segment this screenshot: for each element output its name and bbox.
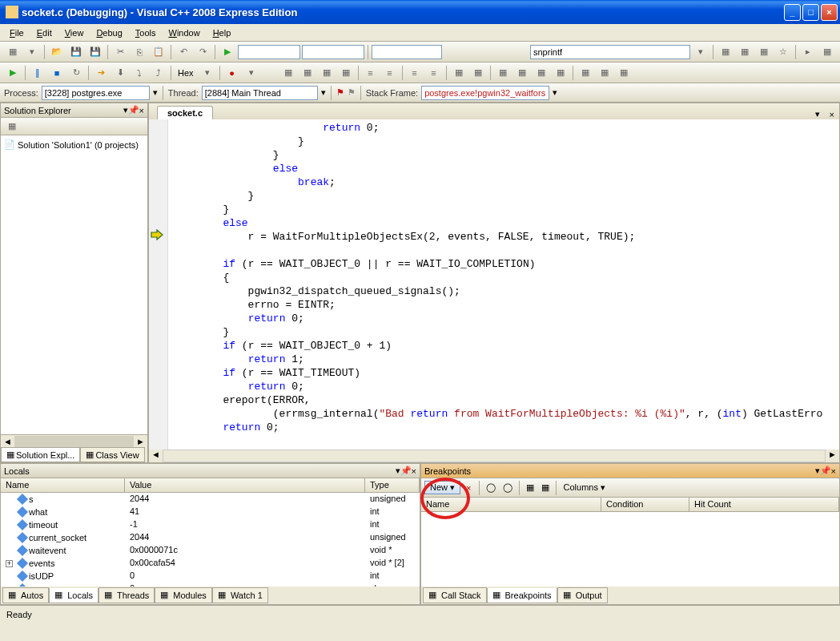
tool-icon-c[interactable]: ▦ xyxy=(318,64,336,82)
copy-icon[interactable]: ⎘ xyxy=(131,43,148,61)
menu-view[interactable]: View xyxy=(59,26,90,39)
tool-icon-b[interactable]: ▦ xyxy=(299,64,316,82)
start-icon[interactable]: ▶ xyxy=(219,43,236,61)
flag-gray-icon[interactable]: ⚑ xyxy=(348,87,356,98)
misc-icon-2[interactable]: ▦ xyxy=(596,64,613,82)
menu-edit[interactable]: Edit xyxy=(31,26,58,39)
minimize-button[interactable]: _ xyxy=(784,4,801,21)
tb-icon-5[interactable]: ▸ xyxy=(799,43,817,61)
search-box[interactable] xyxy=(530,45,690,59)
expand-icon[interactable]: + xyxy=(6,560,13,567)
bookmark-next-icon[interactable]: ▦ xyxy=(533,64,550,82)
bp-close-icon[interactable]: × xyxy=(831,466,836,476)
bp-col-hitcount[interactable]: Hit Count xyxy=(689,498,839,511)
stop-icon[interactable]: ■ xyxy=(48,64,66,82)
close-panel-icon[interactable]: × xyxy=(139,106,144,115)
bp-col-name[interactable]: Name xyxy=(421,498,601,511)
columns-button[interactable]: Columns ▾ xyxy=(561,482,609,493)
hex-label[interactable]: Hex xyxy=(175,68,197,78)
tb-icon-6[interactable]: ▦ xyxy=(818,43,836,61)
tool-icon-a[interactable]: ▦ xyxy=(279,64,297,82)
continue-icon[interactable]: ▶ xyxy=(4,64,22,82)
menu-tools[interactable]: Tools xyxy=(130,26,162,39)
tab-class-view[interactable]: ▦ Class View xyxy=(80,447,144,462)
menu-file[interactable]: File xyxy=(4,26,30,39)
flag-red-icon[interactable]: ⚑ xyxy=(336,87,344,98)
scroll-right-icon[interactable]: ► xyxy=(134,437,147,446)
process-dd-icon[interactable]: ▾ xyxy=(153,87,158,98)
config-dropdown[interactable] xyxy=(238,45,300,59)
tab-call-stack[interactable]: ▦Call Stack xyxy=(423,587,487,603)
pause-icon[interactable]: ‖ xyxy=(29,64,46,82)
indent-less-icon[interactable]: ≡ xyxy=(362,64,380,82)
new-project-icon[interactable]: ▦ xyxy=(4,43,22,61)
bookmark-clear-icon[interactable]: ▦ xyxy=(552,64,569,82)
stackframe-dd-icon[interactable]: ▾ xyxy=(553,87,557,98)
tb-icon-2[interactable]: ▦ xyxy=(736,43,754,61)
locals-pin-icon[interactable]: 📌 xyxy=(400,466,412,476)
tab-modules[interactable]: ▦Modules xyxy=(155,587,212,603)
cut-icon[interactable]: ✂ xyxy=(111,43,129,61)
locals-col-name[interactable]: Name xyxy=(1,478,125,492)
uncomment-icon[interactable]: ▦ xyxy=(469,64,487,82)
restart-icon[interactable]: ↻ xyxy=(67,64,85,82)
scroll-left-icon[interactable]: ◄ xyxy=(1,437,14,446)
indent-more-icon[interactable]: ≡ xyxy=(381,64,399,82)
menu-window[interactable]: Window xyxy=(163,26,206,39)
tab-dropdown-icon[interactable]: ▾ xyxy=(810,109,825,119)
locals-col-type[interactable]: Type xyxy=(365,478,420,492)
menu-debug[interactable]: Debug xyxy=(90,26,127,39)
tab-breakpoints[interactable]: ▦Breakpoints xyxy=(487,588,557,603)
tb-icon-4[interactable]: ☆ xyxy=(774,43,792,61)
misc-icon-3[interactable]: ▦ xyxy=(615,64,633,82)
maximize-button[interactable]: □ xyxy=(802,4,819,21)
align-right-icon[interactable]: ≡ xyxy=(425,64,443,82)
search-dropdown-icon[interactable]: ▾ xyxy=(692,43,709,61)
close-button[interactable]: × xyxy=(821,4,838,21)
undo-icon[interactable]: ↶ xyxy=(175,43,192,61)
step-over-icon[interactable]: ⤵ xyxy=(131,64,148,82)
find-dropdown[interactable] xyxy=(372,45,442,59)
pin-icon[interactable]: 📌 xyxy=(128,105,139,115)
file-tab-socket[interactable]: socket.c xyxy=(157,106,213,119)
bookmark-prev-icon[interactable]: ▦ xyxy=(513,64,531,82)
new-breakpoint-button[interactable]: New ▾ xyxy=(424,481,460,494)
menu-help[interactable]: Help xyxy=(207,26,237,39)
bp-col-condition[interactable]: Condition xyxy=(601,498,689,511)
add-item-icon[interactable]: ▾ xyxy=(23,43,41,61)
bp-goto-icon[interactable]: ▦ xyxy=(524,482,537,493)
bp-disable-icon[interactable]: ◯ xyxy=(500,482,515,493)
tb-icon-3[interactable]: ▦ xyxy=(755,43,773,61)
locals-col-value[interactable]: Value xyxy=(125,478,365,492)
editor-hscrollbar[interactable]: ◄► xyxy=(149,450,839,462)
tab-locals[interactable]: ▦Locals xyxy=(49,588,98,603)
breakpoint-icon[interactable]: ● xyxy=(223,64,241,82)
bp-dropdown-icon[interactable]: ▾ xyxy=(243,64,260,82)
paste-icon[interactable]: 📋 xyxy=(150,43,167,61)
tool-icon-d[interactable]: ▦ xyxy=(337,64,355,82)
align-left-icon[interactable]: ≡ xyxy=(406,64,424,82)
tab-autos[interactable]: ▦Autos xyxy=(2,587,49,603)
tab-output[interactable]: ▦Output xyxy=(557,587,608,603)
tab-close-icon[interactable]: × xyxy=(825,110,839,119)
locals-row[interactable]: current_socket2044unsigned xyxy=(1,531,420,544)
locals-row[interactable]: waitevent0x0000071cvoid * xyxy=(1,544,420,557)
step-out-icon[interactable]: ⤴ xyxy=(150,64,167,82)
step-into-icon[interactable]: ⬇ xyxy=(111,64,129,82)
locals-row[interactable]: timeout-1int xyxy=(1,518,420,531)
tab-watch-1[interactable]: ▦Watch 1 xyxy=(212,587,268,603)
bookmark-icon[interactable]: ▦ xyxy=(494,64,512,82)
code-editor[interactable]: return 0; } } else break; } } else r = W… xyxy=(149,119,839,450)
locals-row[interactable]: s2044unsigned xyxy=(1,493,420,506)
hex-dropdown-icon[interactable]: ▾ xyxy=(199,64,216,82)
bp-enable-icon[interactable]: ◯ xyxy=(484,482,498,493)
redo-icon[interactable]: ↷ xyxy=(194,43,211,61)
bp-goto2-icon[interactable]: ▦ xyxy=(539,482,552,493)
misc-icon-1[interactable]: ▦ xyxy=(577,64,594,82)
process-dropdown[interactable] xyxy=(42,86,150,100)
stackframe-dropdown[interactable] xyxy=(421,86,549,100)
locals-row[interactable]: +events0x00cafa54void * [2] xyxy=(1,557,420,570)
solution-root[interactable]: 📄 Solution 'Solution1' (0 projects) xyxy=(4,139,144,151)
thread-dropdown[interactable] xyxy=(202,86,318,100)
save-all-icon[interactable]: 💾 xyxy=(86,43,104,61)
